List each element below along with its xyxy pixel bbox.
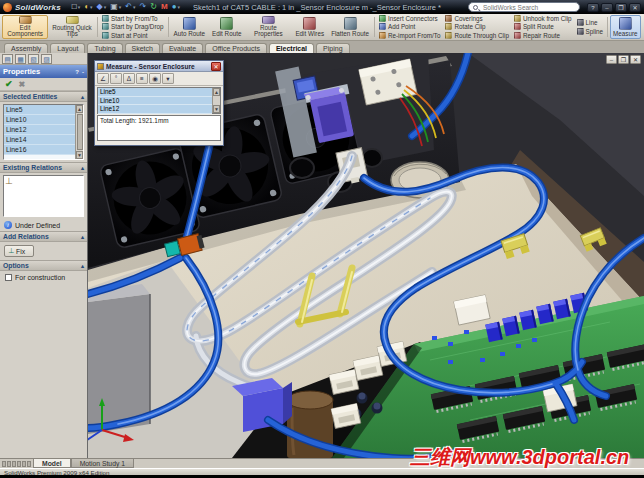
command-manager-ribbon: Edit Components Routing Quick Tips Start… xyxy=(0,14,644,41)
search-box[interactable] xyxy=(468,2,580,12)
routing-quick-tips-button[interactable]: Routing Quick Tips xyxy=(49,15,95,39)
list-item[interactable]: Line12 xyxy=(98,105,212,114)
doc-restore-button[interactable]: ❐ xyxy=(618,55,629,64)
show-history-icon[interactable]: ≡ xyxy=(136,73,148,84)
reimport-from-to-button[interactable]: Re-import From/To xyxy=(379,32,440,39)
measure-dialog[interactable]: Measure - Sensor Enclosure ✕ ∠ ° Δ ≡ ◉ ▾… xyxy=(94,60,224,146)
fix-relation-button[interactable]: ⊥ Fix xyxy=(4,245,34,257)
list-item[interactable]: Line16 xyxy=(4,145,75,155)
rotate-clip-button[interactable]: Rotate Clip xyxy=(445,23,509,30)
center-to-center-icon[interactable]: ◉ xyxy=(149,73,161,84)
rebuild-icon[interactable]: ↻ xyxy=(150,3,157,11)
tab-evaluate[interactable]: Evaluate xyxy=(162,43,203,53)
coverings-button[interactable]: Coverings xyxy=(445,15,509,22)
list-item[interactable]: Line5 xyxy=(4,105,75,115)
dropdown-icon[interactable]: ▾ xyxy=(162,73,174,84)
panel-title: Properties xyxy=(3,67,40,76)
edit-wires-button[interactable]: Edit Wires xyxy=(292,15,327,39)
panel-help-icon[interactable]: ? xyxy=(75,69,79,75)
cancel-button[interactable]: ✖ xyxy=(19,80,26,89)
edit-components-button[interactable]: Edit Components xyxy=(2,15,48,39)
close-button[interactable]: ✕ xyxy=(629,3,641,12)
existing-relations-header[interactable]: Existing Relations ▴ xyxy=(0,162,87,173)
selected-entities-header[interactable]: Selected Entities ▴ xyxy=(0,91,87,102)
scroll-thumb[interactable] xyxy=(77,114,83,150)
display-pane-icon[interactable]: ▨ xyxy=(41,54,52,64)
appearance-icon[interactable]: ●▾ xyxy=(172,3,180,11)
start-at-point-button[interactable]: Start at Point xyxy=(102,32,164,39)
spline-button[interactable]: Spline xyxy=(577,28,604,36)
start-route-group: Start by From/To Start by Drag/Drop Star… xyxy=(100,15,166,39)
redo-icon[interactable]: ↷ xyxy=(140,3,147,11)
measure-dialog-titlebar[interactable]: Measure - Sensor Enclosure ✕ xyxy=(95,61,223,72)
scroll-up-icon[interactable]: ▲ xyxy=(76,105,83,113)
scroll-down-icon[interactable]: ▼ xyxy=(76,151,83,159)
list-item[interactable]: Line10 xyxy=(4,115,75,125)
list-item[interactable]: Line10 xyxy=(98,97,212,106)
route-properties-button[interactable]: Route Properties xyxy=(245,15,291,39)
undo-icon[interactable]: ↶▾ xyxy=(125,3,135,11)
unhook-from-clip-button[interactable]: Unhook from Clip xyxy=(514,15,572,22)
repair-route-button[interactable]: Repair Route xyxy=(514,32,572,39)
print-icon[interactable]: ▣▾ xyxy=(110,3,121,11)
delta-xyz-icon[interactable]: Δ xyxy=(123,73,135,84)
split-route-button[interactable]: Split Route xyxy=(514,23,572,30)
configuration-icon[interactable]: ▧ xyxy=(28,54,39,64)
measure-button[interactable]: Measure xyxy=(610,15,641,39)
doc-minimize-button[interactable]: – xyxy=(606,55,617,64)
measure-selection-list[interactable]: Line5 Line10 Line12 ▲ ▼ xyxy=(97,87,221,114)
tab-electrical[interactable]: Electrical xyxy=(269,43,314,53)
tab-scroll-buttons[interactable] xyxy=(0,459,33,468)
scrollbar[interactable]: ▲ ▼ xyxy=(75,105,83,159)
insert-connectors-icon xyxy=(379,15,386,22)
scroll-up-icon[interactable]: ▲ xyxy=(213,88,220,96)
new-document-icon[interactable]: □▾ xyxy=(72,3,80,11)
add-relations-header[interactable]: Add Relations ▴ xyxy=(0,231,87,242)
doc-close-button[interactable]: ✕ xyxy=(630,55,641,64)
tab-sketch[interactable]: Sketch xyxy=(125,43,160,53)
line-button[interactable]: Line xyxy=(577,19,604,27)
help-button[interactable]: ? xyxy=(587,3,599,12)
measure-close-icon[interactable]: ✕ xyxy=(211,62,221,71)
selected-entities-list[interactable]: Line5 Line10 Line12 Line14 Line16 ▲ ▼ xyxy=(3,104,84,160)
property-manager-icon[interactable]: ▦ xyxy=(15,54,26,64)
measure-toolbar: ∠ ° Δ ≡ ◉ ▾ xyxy=(95,72,223,86)
mate-icon[interactable]: M xyxy=(161,3,168,11)
tab-layout[interactable]: Layout xyxy=(50,43,85,53)
route-through-clip-button[interactable]: Route Through Clip xyxy=(445,32,509,39)
auto-route-button[interactable]: Auto Route xyxy=(171,15,209,39)
start-by-drag-drop-button[interactable]: Start by Drag/Drop xyxy=(102,23,164,30)
tab-motion-study[interactable]: Motion Study 1 xyxy=(71,459,134,468)
standoff-tower[interactable] xyxy=(88,284,150,434)
scroll-down-icon[interactable]: ▼ xyxy=(213,105,220,113)
restore-button[interactable]: ❐ xyxy=(615,3,627,12)
list-item[interactable]: Line5 xyxy=(98,88,212,97)
add-point-button[interactable]: Add Point xyxy=(379,23,440,30)
for-construction-checkbox[interactable] xyxy=(5,274,12,281)
open-icon[interactable]: ◐▾ xyxy=(84,3,92,11)
search-input[interactable] xyxy=(481,3,575,12)
arc-measure-icon[interactable]: ∠ xyxy=(97,73,109,84)
options-header[interactable]: Options ▴ xyxy=(0,260,87,271)
tab-tubing[interactable]: Tubing xyxy=(87,43,122,53)
flatten-route-button[interactable]: Flatten Route xyxy=(328,15,372,39)
list-item[interactable]: Line14 xyxy=(4,135,75,145)
reimport-from-to-icon xyxy=(379,32,386,39)
feature-tree-icon[interactable]: ▤ xyxy=(2,54,13,64)
ok-button[interactable]: ✔ xyxy=(5,79,13,89)
scrollbar[interactable]: ▲ ▼ xyxy=(212,88,220,113)
tab-model[interactable]: Model xyxy=(33,459,71,468)
tab-assembly[interactable]: Assembly xyxy=(4,43,48,53)
panel-pin-icon[interactable]: - xyxy=(82,69,84,75)
list-item[interactable]: Line12 xyxy=(4,125,75,135)
edit-route-button[interactable]: Edit Route xyxy=(209,15,244,39)
minimize-button[interactable]: – xyxy=(601,3,613,12)
tab-piping[interactable]: Piping xyxy=(316,43,349,53)
tab-office-products[interactable]: Office Products xyxy=(205,43,267,53)
existing-relations-list[interactable]: ⊥ xyxy=(3,175,84,217)
save-icon[interactable]: ◆▾ xyxy=(97,3,107,11)
rotate-clip-icon xyxy=(445,23,452,30)
units-icon[interactable]: ° xyxy=(110,73,122,84)
start-by-from-to-button[interactable]: Start by From/To xyxy=(102,15,164,22)
insert-connectors-button[interactable]: Insert Connectors xyxy=(379,15,440,22)
